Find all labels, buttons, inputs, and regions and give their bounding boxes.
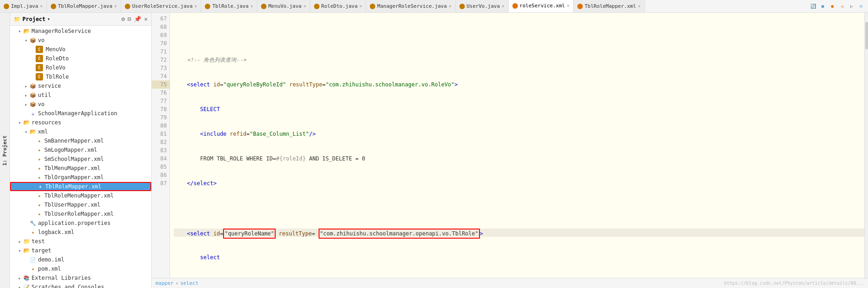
code-line-76: select	[174, 253, 864, 261]
close-icon[interactable]: ×	[638, 4, 641, 9]
tree-item-tbl-menu[interactable]: ✦ TblMenuMapper.xml	[10, 164, 151, 173]
class-icon: C	[36, 55, 43, 62]
close-icon[interactable]: ×	[304, 4, 306, 9]
tree-item-vo-parent[interactable]: ▾ 📦 vo	[10, 36, 151, 45]
dropdown-icon[interactable]: ▾	[48, 16, 50, 21]
tree-item-tbl-role[interactable]: C TblRole	[10, 72, 151, 81]
project-header: 📁 Project ▾ ⚙ ⊟ 📌 ✕	[10, 13, 151, 26]
xml-file-icon: ✦	[36, 210, 43, 218]
sync-icon[interactable]: ●	[828, 2, 836, 11]
project-side-tab[interactable]: 1: Project	[0, 13, 10, 288]
tab-role-dto-java[interactable]: RoleDto.java ×	[310, 0, 367, 13]
close-icon[interactable]: ×	[250, 4, 253, 9]
tree-arrow	[23, 93, 29, 98]
tree-item-tbl-role-menu[interactable]: ✦ TblRoleMenuMapper.xml	[10, 191, 151, 200]
tab-label: UserVo.java	[467, 3, 500, 9]
breadcrumb-separator: ›	[176, 280, 179, 286]
tree-item-school-manager-app[interactable]: ☕ SchoolManagerApplication	[10, 109, 151, 118]
tab-impl[interactable]: Impl.java ×	[0, 0, 47, 13]
close-icon[interactable]: ×	[449, 4, 452, 9]
tab-tbl-role-mapper-xml2[interactable]: TblRoleMapper.xml ×	[574, 0, 645, 13]
code-line-71: <include refid="Base_Column_List"/>	[174, 130, 864, 138]
collapse-icon[interactable]: ⊟	[128, 16, 131, 22]
reload-icon[interactable]: ●	[819, 2, 827, 11]
tree-label: SmBannerMapper.xml	[44, 138, 104, 144]
tree-item-service[interactable]: 📦 service	[10, 81, 151, 91]
tree-label: logback.xml	[38, 229, 74, 235]
tree-label: Scratches and Consoles	[32, 284, 104, 288]
pin-icon[interactable]: 📌	[134, 16, 141, 22]
ext-icon: 📚	[23, 274, 30, 282]
scrollbar-thumb[interactable]	[865, 22, 868, 49]
tab-manager-role-service-java[interactable]: ManagerRoleService.java ×	[366, 0, 455, 13]
watermark-text: https://blog.csdn.net/Physton/article/de…	[724, 281, 864, 286]
tree-item-role-vo[interactable]: C RoleVo	[10, 63, 151, 72]
tree-item-logback[interactable]: ✦ logback.xml	[10, 228, 151, 237]
xml-file-icon: ✦	[29, 229, 37, 236]
breadcrumb-mapper[interactable]: mapper	[155, 280, 174, 286]
package-icon: 📦	[29, 82, 37, 90]
tree-arrow	[16, 276, 23, 281]
tree-item-sm-school[interactable]: ✦ SmSchoolMapper.xml	[10, 155, 151, 164]
target-icon[interactable]: ⊙	[857, 2, 865, 11]
tree-item-external-libs[interactable]: 📚 External Libraries	[10, 273, 151, 283]
tree-item-tbl-user[interactable]: ✦ TblUserMapper.xml	[10, 200, 151, 209]
close-icon[interactable]: ×	[502, 4, 505, 9]
tree-item-demo-iml[interactable]: 📄 demo.iml	[10, 255, 151, 264]
close-panel-icon[interactable]: ✕	[144, 16, 148, 22]
iml-icon: 📄	[29, 256, 37, 263]
tab-user-role-service[interactable]: UserRoleService.java ×	[121, 0, 201, 13]
tree-arrow: ▾	[23, 38, 29, 43]
tab-role-service-xml[interactable]: roleService.xml ×	[509, 0, 574, 13]
line-numbers: 67 68 69 70 71 72 73 74 75 76 77 78 79 8…	[152, 13, 170, 278]
tree-item-target[interactable]: ▾ 📂 target	[10, 246, 151, 255]
tab-user-vo-java[interactable]: UserVo.java ×	[456, 0, 509, 13]
tree-item-tbl-organ[interactable]: ✦ TblOrganMapper.xml	[10, 173, 151, 182]
close-icon[interactable]: ×	[194, 4, 197, 9]
close-icon[interactable]: ×	[567, 3, 570, 8]
vertical-scrollbar[interactable]	[864, 13, 868, 278]
tree-item-sm-banner[interactable]: ✦ SmBannerMapper.xml	[10, 136, 151, 145]
tab-tbl-role-mapper-java[interactable]: TblRoleMapper.java ×	[47, 0, 121, 13]
breadcrumb-select[interactable]: select	[180, 280, 198, 286]
java-icon	[125, 4, 130, 9]
tree-item-tbl-user-role[interactable]: ✦ TblUserRoleMapper.xml	[10, 209, 151, 219]
tree-item-util[interactable]: 📦 util	[10, 91, 151, 100]
settings-icon[interactable]: ⚙	[122, 16, 125, 22]
tree-item-resources[interactable]: ▾ 📂 resources	[10, 118, 151, 127]
tree-item-scratches[interactable]: 📝 Scratches and Consoles	[10, 283, 151, 288]
tab-label: TblRole.java	[212, 3, 248, 9]
tree-arrow: ▾	[16, 29, 23, 34]
tree-item-vo-child[interactable]: 📦 vo	[10, 100, 151, 109]
refresh-icon[interactable]: 🔄	[809, 2, 817, 11]
tree-arrow	[16, 239, 23, 244]
project-icon: 📁	[14, 16, 21, 22]
code-lines[interactable]: <!-- 角色列表查询--> <select id="queryRoleByRo…	[170, 13, 864, 278]
project-title-label: Project	[22, 16, 46, 22]
tree-label: vo	[38, 101, 44, 107]
breadcrumb-path: mapper › select	[155, 280, 198, 286]
tree-item-pom-xml[interactable]: ✦ pom.xml	[10, 264, 151, 273]
tree-item-test[interactable]: 📁 test	[10, 237, 151, 246]
close-icon[interactable]: ×	[359, 4, 362, 9]
forward-icon[interactable]: ▷	[847, 2, 856, 11]
close-icon[interactable]: ×	[114, 4, 117, 9]
tab-menu-vo-java[interactable]: MenuVo.java ×	[257, 0, 310, 13]
class-icon: C	[36, 46, 43, 53]
tree-label: demo.iml	[38, 256, 64, 263]
tree-item-manager-role-service[interactable]: ▾ 📂 ManagerRoleService	[10, 27, 151, 36]
tree-item-xml[interactable]: ▾ 📂 xml	[10, 127, 151, 136]
tree-item-application-props[interactable]: 🔧 application.properties	[10, 219, 151, 228]
tree-item-role-dto[interactable]: C RoleDto	[10, 54, 151, 63]
tab-label: UserRoleService.java	[132, 3, 192, 9]
editor-area: 67 68 69 70 71 72 73 74 75 76 77 78 79 8…	[152, 13, 868, 288]
close-icon[interactable]: ×	[40, 4, 43, 9]
back-icon[interactable]: ◁	[838, 2, 846, 11]
tree-item-tbl-role-mapper[interactable]: ✦ TblRoleMapper.xml	[10, 182, 151, 191]
tab-tbl-role-java[interactable]: TblRole.java ×	[201, 0, 257, 13]
tab-label: TblRoleMapper.java	[58, 3, 112, 9]
tree-item-sm-logo[interactable]: ✦ SmLogoMapper.xml	[10, 145, 151, 155]
tree-item-menu-vo[interactable]: C MenuVo	[10, 45, 151, 54]
tree-label: resources	[32, 119, 61, 126]
code-content: 67 68 69 70 71 72 73 74 75 76 77 78 79 8…	[152, 13, 868, 278]
